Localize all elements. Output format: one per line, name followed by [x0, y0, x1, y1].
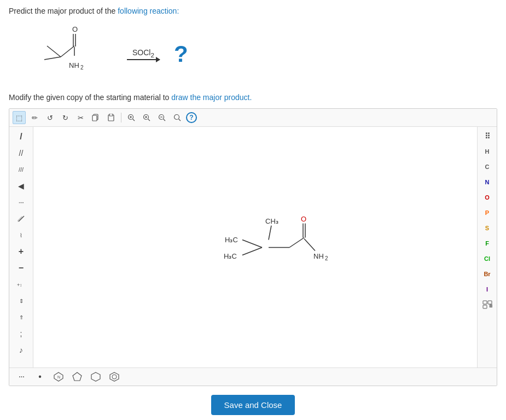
zoom-fit-icon [127, 114, 135, 121]
svg-rect-13 [109, 114, 113, 116]
molecule-drawing: H₃C H₃C CH₃ [219, 214, 340, 281]
chain-btn[interactable]: ⌇ [13, 228, 30, 243]
zoom-out-btn[interactable] [155, 111, 168, 124]
dots-btn[interactable]: ··· [14, 370, 29, 383]
nh2-label: NH [313, 252, 324, 260]
more-elements-icon: ⊞ [482, 300, 492, 309]
ring-benz-icon [109, 371, 120, 382]
dot-btn[interactable]: • [32, 370, 48, 383]
canvas-area[interactable]: H₃C H₃C CH₃ [33, 127, 477, 368]
element-S-btn[interactable]: S [479, 221, 496, 235]
expand-h-btn[interactable]: + ↕ [13, 277, 30, 292]
save-close-container: Save and Close [9, 395, 497, 415]
redo-btn[interactable]: ↻ [59, 111, 72, 124]
question-text: Predict the major product of the followi… [9, 7, 497, 15]
paste-btn[interactable] [104, 111, 118, 124]
svg-text:↕: ↕ [20, 283, 22, 288]
toolbar-sep-1 [121, 113, 121, 122]
reaction-area: O NH 2 SOCl2 ? [9, 24, 497, 84]
left-toolbar: / // /// ◀ ···· ⌇ + − + ↕ [9, 127, 33, 368]
svg-text:⊞: ⊞ [489, 304, 492, 308]
undo-btn[interactable]: ↺ [43, 111, 56, 124]
zoom-fit-btn[interactable] [125, 111, 138, 124]
svg-text:N: N [57, 375, 60, 379]
question-text-label: Predict the major product of the [9, 7, 118, 15]
svg-line-15 [133, 119, 135, 121]
methyl2-label: H₃C [224, 252, 237, 260]
element-I-btn[interactable]: I [479, 282, 496, 296]
top-toolbar: ⬚ ✏ ↺ ↻ ✂ [9, 109, 497, 127]
ring-n-btn[interactable]: N [51, 370, 66, 383]
paste-icon [107, 114, 115, 121]
element-Cl-btn[interactable]: Cl [479, 252, 496, 266]
svg-marker-45 [73, 372, 82, 381]
zoom-in-btn[interactable] [140, 111, 153, 124]
zoom-actual-icon [173, 114, 181, 121]
element-F-btn[interactable]: F [479, 236, 496, 250]
ring-6-btn[interactable] [88, 370, 103, 383]
svg-line-38 [304, 239, 315, 251]
erase-icon [18, 215, 25, 223]
save-close-button[interactable]: Save and Close [211, 395, 295, 415]
ring-5-icon [72, 371, 83, 382]
element-N-btn[interactable]: N [479, 175, 496, 189]
starting-material-structure: O NH 2 [14, 24, 102, 84]
svg-line-26 [179, 119, 181, 121]
element-Br-btn[interactable]: Br [479, 267, 496, 281]
zoom-actual-btn[interactable] [171, 111, 184, 124]
element-O-btn[interactable]: O [479, 190, 496, 205]
dash-bond-btn[interactable]: ···· [13, 195, 30, 210]
svg-line-0 [47, 46, 61, 57]
periodic-table-btn[interactable]: ⠿ [479, 129, 496, 143]
stereo1-btn[interactable]: ; [13, 326, 30, 341]
molecule-svg: H₃C H₃C CH₃ [219, 214, 340, 279]
triple-bond-btn[interactable]: /// [13, 162, 30, 177]
element-P-btn[interactable]: P [479, 206, 496, 220]
copy-icon [92, 114, 100, 121]
svg-rect-41 [483, 305, 487, 308]
expand-v1-btn[interactable]: ⇕ [13, 293, 30, 308]
right-toolbar: ⠿ H C N O P S F Cl Br I ⊞ [477, 127, 497, 368]
ring-5-btn[interactable] [69, 370, 85, 383]
copy-btn[interactable] [89, 111, 102, 124]
reagent-arrow: SOCl2 [127, 48, 160, 61]
svg-marker-47 [110, 372, 119, 381]
help-btn[interactable]: ? [186, 112, 197, 123]
oxygen-label: O [301, 215, 306, 223]
erase-btn[interactable] [13, 211, 30, 226]
draw-tool-btn[interactable]: ✏ [28, 111, 41, 124]
question-highlight: following reaction: [118, 7, 179, 15]
wedge-bond-btn[interactable]: ◀ [13, 178, 30, 194]
svg-line-35 [289, 238, 304, 248]
svg-line-1 [44, 57, 61, 60]
element-C-btn[interactable]: C [479, 160, 496, 174]
svg-line-19 [148, 119, 150, 121]
element-H-btn[interactable]: H [479, 144, 496, 159]
ring-n-icon: N [53, 371, 64, 382]
editor-container: ⬚ ✏ ↺ ↻ ✂ [9, 108, 497, 386]
plus-charge-btn[interactable]: + [13, 244, 30, 259]
zoom-out-icon [158, 114, 166, 121]
svg-rect-11 [92, 115, 97, 121]
ring-benz-btn[interactable] [107, 370, 122, 383]
instruction-highlight: draw the major product. [171, 93, 252, 102]
stereo2-btn[interactable]: ♪ [13, 342, 30, 358]
double-bond-btn[interactable]: // [13, 145, 30, 161]
svg-rect-39 [483, 301, 487, 304]
svg-line-2 [61, 46, 74, 57]
expand-v2-btn[interactable]: ⇑ [13, 310, 30, 325]
minus-charge-btn[interactable]: − [13, 260, 30, 276]
svg-text:NH: NH [69, 61, 79, 69]
svg-point-25 [175, 115, 179, 120]
svg-line-23 [164, 119, 166, 121]
nh2-subscript: 2 [325, 255, 328, 261]
single-bond-btn[interactable]: / [13, 129, 30, 144]
more-elements-btn[interactable]: ⊞ [479, 298, 496, 312]
svg-point-48 [112, 375, 117, 379]
methyl1-label: H₃C [225, 236, 238, 244]
svg-text:2: 2 [80, 65, 84, 71]
cut-btn[interactable]: ✂ [74, 111, 87, 124]
svg-line-32 [242, 248, 262, 255]
select-tool-btn[interactable]: ⬚ [13, 111, 26, 124]
ring-6-icon [90, 371, 101, 382]
